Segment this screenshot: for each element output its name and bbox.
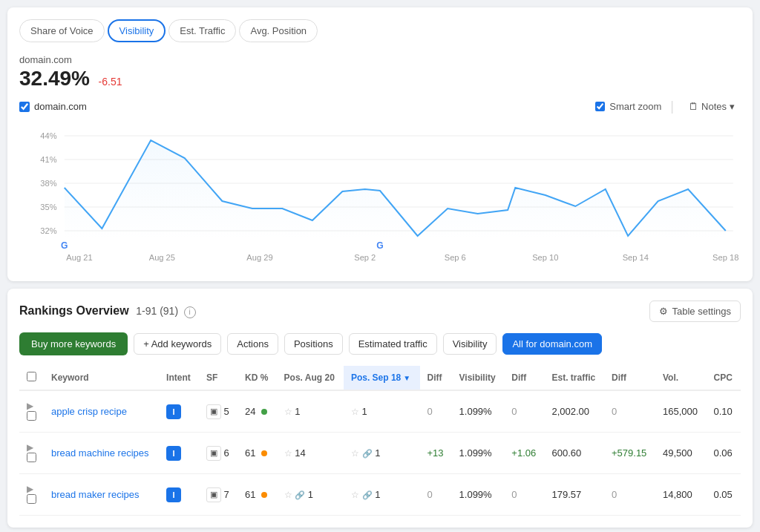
x-label-sep14: Sep 14 xyxy=(623,253,649,262)
table-settings-button[interactable]: ⚙ Table settings xyxy=(649,301,741,322)
th-cpc[interactable]: CPC xyxy=(707,366,741,390)
star-icon: ☆ xyxy=(284,490,292,500)
pos-aug-value: 1 xyxy=(295,406,300,417)
metric-section: domain.com 32.49% -6.51 xyxy=(19,54,741,91)
pos-sep-value: 1 xyxy=(362,406,367,417)
vol-cell: 14,800 xyxy=(655,474,707,516)
x-label-aug25: Aug 25 xyxy=(149,253,175,262)
notes-button[interactable]: 🗒 Notes ▾ xyxy=(683,98,741,115)
vis-diff-cell: +1.06 xyxy=(504,433,544,474)
vol-cell: 165,000 xyxy=(655,390,707,433)
keyword-link[interactable]: bread machine recipes xyxy=(51,447,149,459)
x-label-aug29: Aug 29 xyxy=(246,253,272,262)
y-label-35: 35% xyxy=(40,203,56,211)
row-checkbox[interactable] xyxy=(27,411,36,421)
row-checkbox[interactable] xyxy=(27,494,36,504)
select-all-checkbox[interactable] xyxy=(27,372,36,381)
th-kd[interactable]: KD % xyxy=(238,366,277,390)
link-icon: 🔗 xyxy=(362,490,373,499)
metric-value: 32.49% xyxy=(19,67,90,90)
kd-value: 61 xyxy=(245,447,255,459)
x-label-sep2: Sep 2 xyxy=(354,253,376,262)
add-keywords-button[interactable]: + Add keywords xyxy=(134,333,221,355)
pos-sep-value: 1 xyxy=(375,447,380,459)
cpc-cell: 0.05 xyxy=(707,474,741,516)
diff-cell: 0 xyxy=(420,474,452,516)
est-traffic-button[interactable]: Estimated traffic xyxy=(349,333,437,355)
th-pos-sep[interactable]: Pos. Sep 18 ▼ xyxy=(344,366,420,390)
google-icon-2: G xyxy=(376,240,383,251)
notes-chevron-icon: ▾ xyxy=(730,101,735,112)
smart-zoom-label: Smart zoom xyxy=(609,101,661,112)
row-expander-icon[interactable]: ▶ xyxy=(27,401,36,411)
keyword-link[interactable]: bread maker recipes xyxy=(51,489,140,500)
x-label-aug21: Aug 21 xyxy=(66,253,92,262)
est-traffic-cell: 179.57 xyxy=(544,474,604,516)
star-icon: ☆ xyxy=(284,448,292,459)
table-row: ▶ apple crisp recipe I ▣ 5 24 xyxy=(19,390,741,433)
chart-controls: domain.com Smart zoom | 🗒 Notes ▾ xyxy=(19,98,741,115)
th-est-traffic[interactable]: Est. traffic xyxy=(544,366,604,390)
th-est-diff[interactable]: Diff xyxy=(604,366,655,390)
est-diff-cell: +579.15 xyxy=(604,433,655,474)
pos-sep-cell: ☆ 🔗 1 xyxy=(344,474,420,516)
chart-area: 44% 41% 38% 35% 32% G G Aug 21 Aug 25 Au… xyxy=(19,121,741,269)
pos-aug-cell: ☆ 🔗 1 xyxy=(277,474,344,516)
y-label-32: 32% xyxy=(40,226,56,235)
tab-visibility[interactable]: Visibility xyxy=(108,19,166,42)
y-label-44: 44% xyxy=(40,131,56,140)
keyword-link[interactable]: apple crisp recipe xyxy=(51,406,127,417)
intent-badge: I xyxy=(166,487,181,502)
th-vis-diff[interactable]: Diff xyxy=(504,366,544,390)
metric-change: -6.51 xyxy=(99,76,122,88)
chart-svg: 44% 41% 38% 35% 32% G G Aug 21 Aug 25 Au… xyxy=(19,121,741,269)
rankings-section: Rankings Overview 1-91 (91) i ⚙ Table se… xyxy=(7,289,753,528)
est-diff-cell: 0 xyxy=(604,390,655,433)
th-vol[interactable]: Vol. xyxy=(655,366,707,390)
rankings-header: Rankings Overview 1-91 (91) i ⚙ Table se… xyxy=(19,301,741,322)
sf-cell: ▣ 6 xyxy=(199,433,238,474)
tab-est-traffic[interactable]: Est. Traffic xyxy=(168,19,236,42)
all-domain-button[interactable]: All for domain.com xyxy=(502,333,602,355)
table-settings-label: Table settings xyxy=(672,306,732,317)
th-intent[interactable]: Intent xyxy=(159,366,199,390)
keyword-cell: bread machine recipes xyxy=(44,433,159,474)
pos-aug-cell: ☆ 1 xyxy=(277,390,344,433)
th-sf[interactable]: SF xyxy=(199,366,238,390)
positions-button[interactable]: Positions xyxy=(284,333,343,355)
actions-button[interactable]: Actions xyxy=(227,333,278,355)
metric-domain: domain.com xyxy=(19,54,741,65)
vol-cell: 49,500 xyxy=(655,433,707,474)
th-diff[interactable]: Diff xyxy=(420,366,452,390)
visibility-cell: 1.099% xyxy=(452,433,505,474)
legend-label: domain.com xyxy=(34,101,87,112)
sf-icon: ▣ xyxy=(206,404,221,419)
legend-checkbox[interactable] xyxy=(19,102,30,112)
tab-bar: Share of Voice Visibility Est. Traffic A… xyxy=(19,19,741,42)
table-header: Keyword Intent SF KD % Pos. Aug 20 Pos. … xyxy=(19,366,741,390)
row-expander-icon[interactable]: ▶ xyxy=(27,442,36,453)
pos-aug-value: 1 xyxy=(308,489,313,500)
tab-share-voice[interactable]: Share of Voice xyxy=(19,19,105,42)
sf-num: 7 xyxy=(224,488,229,499)
sf-num: 6 xyxy=(224,447,229,458)
th-visibility[interactable]: Visibility xyxy=(452,366,505,390)
table-body: ▶ apple crisp recipe I ▣ 5 24 xyxy=(19,390,741,516)
th-pos-aug[interactable]: Pos. Aug 20 xyxy=(277,366,344,390)
star-icon: ☆ xyxy=(284,407,292,417)
tab-avg-position[interactable]: Avg. Position xyxy=(239,19,318,42)
intent-cell: I xyxy=(159,390,199,433)
th-keyword[interactable]: Keyword xyxy=(44,366,159,390)
buy-keywords-button[interactable]: Buy more keywords xyxy=(19,332,128,355)
sf-cell: ▣ 5 xyxy=(199,390,238,433)
x-label-sep6: Sep 6 xyxy=(445,253,466,262)
row-checkbox[interactable] xyxy=(27,453,36,462)
smart-zoom-checkbox[interactable] xyxy=(595,102,605,111)
kd-value: 24 xyxy=(245,406,255,417)
info-icon[interactable]: i xyxy=(184,306,196,318)
link-icon: 🔗 xyxy=(362,449,373,458)
visibility-button[interactable]: Visibility xyxy=(443,333,497,355)
kd-dot xyxy=(261,450,267,456)
row-expander-icon[interactable]: ▶ xyxy=(27,484,36,494)
diff-cell: 0 xyxy=(420,390,452,433)
